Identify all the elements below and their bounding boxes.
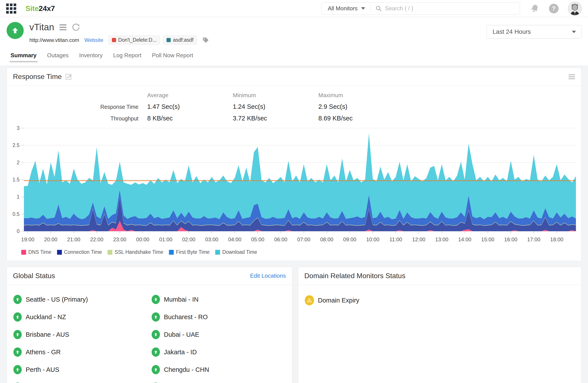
stats-value: 8.69 KB/sec: [318, 115, 581, 122]
stats-row-label: Response Time: [7, 104, 147, 110]
status-up-icon: [152, 365, 160, 374]
svg-text:0.5: 0.5: [13, 211, 20, 217]
monitor-tag[interactable]: asdf:asdf: [163, 36, 197, 44]
time-range-value: Last 24 Hours: [493, 28, 531, 35]
domain-monitors-panel: Domain Related Monitors Status Domain Ex…: [298, 267, 581, 383]
tab-outages[interactable]: Outages: [47, 52, 69, 62]
tab-log-report[interactable]: Log Report: [113, 52, 142, 62]
tag-color-swatch: [167, 38, 171, 42]
svg-text:01:00: 01:00: [159, 237, 172, 242]
svg-text:2: 2: [17, 160, 20, 165]
tab-inventory[interactable]: Inventory: [79, 52, 103, 62]
location-item[interactable]: Chengdu - CHN: [152, 361, 290, 378]
legend-swatch: [107, 250, 112, 255]
legend-item-first_byte[interactable]: First Byte Time: [169, 249, 210, 255]
location-item[interactable]: Dubai - UAE: [152, 326, 290, 343]
response-time-chart: 00.511.522.5319:0020:0021:0022:0023:0000…: [7, 124, 581, 247]
stats-value: 1.24 Sec(s): [233, 103, 318, 110]
monitor-filter-dropdown[interactable]: All Monitors: [322, 5, 370, 12]
location-item[interactable]: Seattle - US (Primary): [13, 291, 152, 308]
legend-swatch: [57, 250, 62, 255]
monitor-type-link[interactable]: Website: [84, 37, 103, 43]
svg-text:23:00: 23:00: [113, 237, 126, 242]
monitor-header: vTitan http://www.vtitan.com Website Don…: [0, 17, 588, 65]
legend-label: DNS Time: [28, 249, 51, 255]
global-status-panel: Global Status Edit Locations Seattle - U…: [7, 267, 292, 383]
location-item[interactable]: Jakarta - ID: [152, 343, 290, 361]
location-item[interactable]: Mumbai - IN: [152, 291, 290, 308]
location-name: Perth - AUS: [26, 366, 59, 373]
help-icon[interactable]: ?: [549, 4, 559, 13]
status-up-icon: [152, 330, 160, 339]
svg-text:06:00: 06:00: [274, 237, 287, 242]
tab-summary[interactable]: Summary: [11, 52, 37, 62]
top-bar: Site24x7 All Monitors ?: [0, 0, 588, 17]
monitor-name: vTitan: [29, 22, 54, 32]
svg-text:12:00: 12:00: [412, 237, 425, 242]
chevron-down-icon: [572, 31, 576, 33]
edit-locations-link[interactable]: Edit Locations: [250, 272, 286, 279]
stats-column-header: Maximum: [318, 92, 581, 99]
svg-text:07:00: 07:00: [297, 237, 310, 242]
location-item[interactable]: Athens - GR: [13, 343, 152, 361]
svg-text:13:00: 13:00: [435, 237, 448, 242]
status-up-icon: [13, 312, 22, 322]
status-up-icon: [152, 347, 160, 357]
svg-text:16:00: 16:00: [504, 237, 517, 242]
status-up-icon: [152, 295, 160, 304]
svg-text:1: 1: [17, 194, 20, 200]
svg-text:08:00: 08:00: [320, 237, 333, 242]
chevron-down-icon: [361, 7, 365, 10]
location-name: Auckland - NZ: [26, 313, 66, 321]
stats-value: 1.47 Sec(s): [147, 103, 233, 110]
stats-value: 2.9 Sec(s): [318, 103, 581, 110]
svg-text:22:00: 22:00: [90, 237, 103, 242]
user-avatar[interactable]: [568, 1, 582, 16]
svg-text:15:00: 15:00: [481, 237, 494, 242]
monitor-actions-menu-icon[interactable]: [60, 24, 66, 30]
domain-monitor-item[interactable]: Domain Expiry: [305, 292, 579, 309]
search-icon: [375, 5, 382, 12]
panel-title: Response Time: [13, 73, 62, 81]
svg-text:20:00: 20:00: [44, 237, 57, 242]
svg-text:04:00: 04:00: [228, 237, 241, 242]
tag-icon[interactable]: [202, 37, 209, 44]
time-range-dropdown[interactable]: Last 24 Hours: [487, 25, 581, 39]
legend-label: Connection Time: [64, 249, 102, 255]
svg-text:00:00: 00:00: [136, 237, 149, 242]
location-name: Chengdu - CHN: [164, 366, 209, 373]
location-item[interactable]: Belgrade - RS: [152, 378, 290, 383]
location-name: Mumbai - IN: [164, 296, 199, 303]
panel-title: Global Status: [13, 272, 55, 280]
location-item[interactable]: Auckland - NZ: [13, 308, 152, 326]
legend-item-connection[interactable]: Connection Time: [57, 249, 102, 255]
location-item[interactable]: Indore - IN: [13, 378, 152, 383]
apps-grid-icon[interactable]: [6, 3, 16, 14]
tab-poll-now-report[interactable]: Poll Now Report: [152, 52, 193, 62]
chart-legend: DNS TimeConnection TimeSSL Handshake Tim…: [7, 247, 581, 261]
search-input[interactable]: [385, 5, 515, 12]
svg-text:3: 3: [17, 126, 20, 131]
location-item[interactable]: Perth - AUS: [13, 361, 152, 378]
refresh-icon[interactable]: [72, 23, 80, 31]
panel-menu-icon[interactable]: [568, 74, 575, 79]
domain-monitor-list: Domain Expiry: [298, 285, 581, 309]
legend-item-dns[interactable]: DNS Time: [21, 249, 51, 255]
svg-text:17:00: 17:00: [527, 237, 540, 242]
monitor-status-up-icon: [7, 22, 24, 39]
trend-chart-icon[interactable]: [65, 74, 72, 80]
location-item[interactable]: Bucharest - RO: [152, 308, 290, 326]
site24x7-logo[interactable]: Site24x7: [25, 4, 55, 13]
stats-column-header: Average: [147, 92, 233, 99]
monitor-filter-label: All Monitors: [328, 5, 358, 12]
legend-item-ssl[interactable]: SSL Handshake Time: [107, 249, 163, 255]
location-name: Athens - GR: [26, 349, 61, 356]
svg-text:21:00: 21:00: [67, 237, 80, 242]
svg-text:03:00: 03:00: [205, 237, 218, 242]
logo-dark-part: 24x7: [39, 4, 55, 13]
monitor-tag[interactable]: Don't_Delete:D...: [109, 36, 160, 44]
location-name: Jakarta - ID: [164, 349, 197, 356]
legend-item-download[interactable]: Download Time: [215, 249, 257, 255]
notifications-bell-icon[interactable]: [528, 2, 541, 15]
location-item[interactable]: Brisbane - AUS: [13, 326, 152, 343]
